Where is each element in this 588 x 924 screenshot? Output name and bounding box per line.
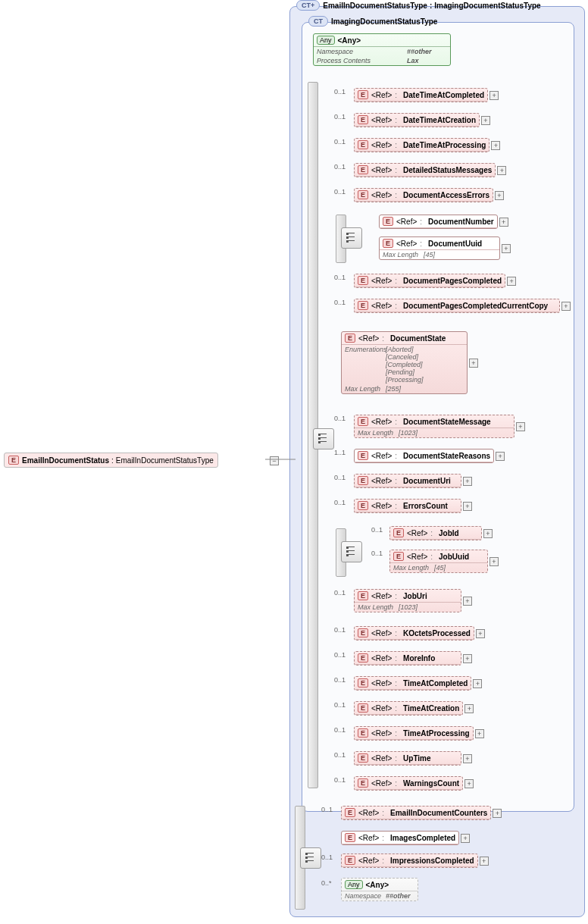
occurs: 0..1 <box>334 113 346 121</box>
ct-header: CT ImagingDocumentStatusType <box>308 14 437 28</box>
ct-header: CT+ EmailInDocumentStatusType:ImagingDoc… <box>296 0 541 12</box>
occurs: 0..1 <box>371 550 383 557</box>
ref-datetime-completed[interactable]: E<Ref>:DateTimeAtCompleted + <box>354 88 499 102</box>
ref-errors-count[interactable]: E<Ref>:ErrorsCount + <box>354 499 472 513</box>
sequence-icon[interactable] <box>300 847 321 869</box>
occurs: 0..1 <box>334 415 346 422</box>
collapse-icon[interactable]: − <box>270 456 279 465</box>
occurs: 0..1 <box>334 299 346 306</box>
expand-icon[interactable]: + <box>491 141 500 150</box>
expand-icon[interactable]: + <box>493 809 502 818</box>
occurs: 0..1 <box>334 589 346 597</box>
ref-time-processing[interactable]: E<Ref>:TimeAtProcessing + <box>354 726 484 741</box>
expand-icon[interactable]: + <box>463 597 472 606</box>
occurs: 0..1 <box>334 88 346 96</box>
ref-state-reasons[interactable]: E<Ref>:DocumentStateReasons + <box>354 449 505 463</box>
expand-icon[interactable]: + <box>463 754 472 763</box>
occurs: 0..1 <box>334 726 346 734</box>
any-badge: Any <box>345 880 363 889</box>
occurs: 0..1 <box>371 526 383 534</box>
ref-state-message[interactable]: E<Ref>:DocumentStateMessage Max Length[1… <box>354 415 525 438</box>
ref-koctets-processed[interactable]: E<Ref>:KOctetsProcessed + <box>354 626 485 641</box>
expand-icon[interactable]: + <box>476 629 485 638</box>
occurs: 0..1 <box>334 499 346 506</box>
ref-detailed-messages[interactable]: E<Ref>:DetailedStatusMessages + <box>354 163 506 177</box>
root-element[interactable]: E EmailInDocumentStatus : EmailInDocumen… <box>4 453 218 468</box>
ref-document-number[interactable]: E<Ref>:DocumentNumber + <box>379 215 508 229</box>
ct-title: EmailInDocumentStatusType:ImagingDocumen… <box>323 2 540 10</box>
ref-uptime[interactable]: E<Ref>:UpTime + <box>354 751 472 766</box>
expand-icon[interactable]: + <box>473 679 482 688</box>
expand-icon[interactable]: + <box>464 704 474 713</box>
ref-document-uuid[interactable]: E<Ref>:DocumentUuid Max Length[45] + <box>379 236 511 260</box>
any-properties: Namespace##other Process ContentsLax <box>314 47 450 65</box>
expand-icon[interactable]: + <box>475 729 484 738</box>
ref-datetime-processing[interactable]: E<Ref>:DateTimeAtProcessing + <box>354 138 500 152</box>
expand-icon[interactable]: + <box>507 277 516 286</box>
expand-icon[interactable]: + <box>489 91 499 100</box>
expand-icon[interactable]: + <box>464 779 474 788</box>
ct-badge: CT <box>308 16 328 27</box>
occurs: 0..1 <box>321 854 333 861</box>
occurs: 0..1 <box>321 806 333 813</box>
any-title: <Any> <box>366 881 389 889</box>
ref-document-uri[interactable]: E<Ref>:DocumentUri + <box>354 474 472 488</box>
choice-icon[interactable] <box>341 541 362 562</box>
ref-pages-completed-copy[interactable]: E<Ref>:DocumentPagesCompletedCurrentCopy… <box>354 299 571 313</box>
expand-icon[interactable]: + <box>480 857 489 866</box>
ref-images-completed[interactable]: E<Ref>:ImagesCompleted + <box>341 831 470 845</box>
choice-icon[interactable] <box>341 227 362 249</box>
sequence-icon[interactable] <box>313 428 334 449</box>
expand-icon[interactable]: + <box>561 302 571 311</box>
ct-extension-badge: CT+ <box>296 0 320 11</box>
occurs: 0..1 <box>334 474 346 481</box>
ref-access-errors[interactable]: E<Ref>:DocumentAccessErrors + <box>354 188 504 202</box>
expand-icon[interactable]: + <box>496 452 505 461</box>
ref-pages-completed[interactable]: E<Ref>:DocumentPagesCompleted + <box>354 274 516 288</box>
occurs: 0..1 <box>334 188 346 196</box>
expand-icon[interactable]: + <box>516 422 525 431</box>
ref-job-id[interactable]: E<Ref>:JobId + <box>389 526 493 540</box>
ref-time-completed[interactable]: E<Ref>:TimeAtCompleted + <box>354 676 482 691</box>
element-type: EmailInDocumentStatusType <box>116 456 214 465</box>
ref-impressions-completed[interactable]: E<Ref>:ImpressionsCompleted + <box>341 854 489 868</box>
occurs: 0..1 <box>334 274 346 281</box>
occurs: 0..1 <box>334 676 346 684</box>
expand-icon[interactable]: + <box>483 529 493 538</box>
any-wildcard: Any <Any> Namespace##other Process Conte… <box>313 33 451 66</box>
ref-job-uri[interactable]: E<Ref>:JobUri Max Length[1023] + <box>354 589 472 612</box>
element-badge: E <box>8 456 19 465</box>
ref-email-counters[interactable]: E<Ref>:EmailInDocumentCounters + <box>341 806 502 820</box>
any-wildcard-extension: Any<Any> Namespace##other <box>341 878 418 901</box>
expand-icon[interactable]: + <box>499 218 508 227</box>
ref-document-state[interactable]: E<Ref>:DocumentState Enumerations [Abort… <box>341 331 478 394</box>
expand-icon[interactable]: + <box>489 557 499 566</box>
expand-icon[interactable]: + <box>495 191 504 200</box>
expand-icon[interactable]: + <box>502 244 511 253</box>
expand-icon[interactable]: + <box>481 116 490 125</box>
any-badge: Any <box>317 36 335 45</box>
occurs: 0..* <box>321 879 332 887</box>
expand-icon[interactable]: + <box>463 654 472 663</box>
expand-icon[interactable]: + <box>463 502 472 511</box>
occurs: 1..1 <box>334 449 346 456</box>
ref-job-uuid[interactable]: E<Ref>:JobUuid Max Length[45] + <box>389 550 499 573</box>
ct-title: ImagingDocumentStatusType <box>331 17 437 26</box>
ref-more-info[interactable]: E<Ref>:MoreInfo + <box>354 651 472 666</box>
ref-datetime-creation[interactable]: E<Ref>:DateTimeAtCreation + <box>354 113 490 127</box>
occurs: 0..1 <box>334 651 346 659</box>
ref-time-creation[interactable]: E<Ref>:TimeAtCreation + <box>354 701 474 716</box>
expand-icon[interactable]: + <box>461 834 470 843</box>
ref-warnings-count[interactable]: E<Ref>:WarningsCount + <box>354 776 474 791</box>
occurs: 0..1 <box>334 626 346 634</box>
occurs: 0..1 <box>334 776 346 784</box>
any-title: <Any> <box>338 36 361 45</box>
occurs: 0..1 <box>334 163 346 171</box>
occurs: 0..1 <box>334 138 346 146</box>
expand-icon[interactable]: + <box>497 166 506 175</box>
element-name: EmailInDocumentStatus <box>22 456 109 465</box>
occurs: 0..1 <box>334 701 346 709</box>
occurs: 0..1 <box>334 751 346 759</box>
expand-icon[interactable]: + <box>469 359 478 368</box>
expand-icon[interactable]: + <box>463 477 472 486</box>
